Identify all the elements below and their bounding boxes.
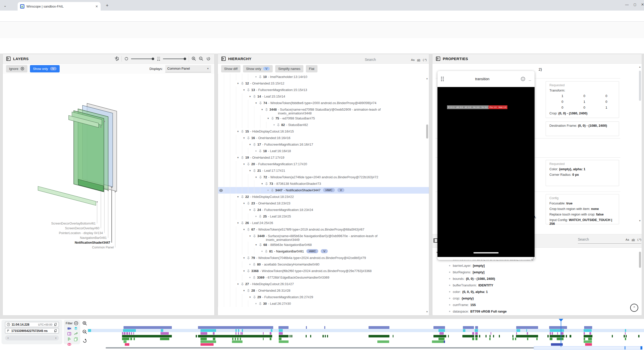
- trace-block[interactable]: [439, 332, 444, 335]
- 3d-view-icon[interactable]: [114, 56, 119, 61]
- hierarchy-row-16[interactable]: ▼16- OneHanded:16:16#16: [218, 135, 429, 141]
- trace-block[interactable]: [433, 326, 445, 329]
- trace-block[interactable]: [279, 338, 281, 340]
- trace-block[interactable]: [462, 335, 474, 337]
- trace-block[interactable]: [463, 326, 474, 329]
- trace-block[interactable]: [122, 332, 123, 335]
- layer-label[interactable]: NavigationBar0#81: [32, 236, 107, 240]
- trace-block[interactable]: [88, 329, 91, 332]
- expander-icon[interactable]: ▼: [254, 242, 258, 246]
- hierarchy-row-17[interactable]: ▼17- FullscreenMagnification:16:16#17: [218, 141, 429, 148]
- trace-block[interactable]: [124, 332, 126, 335]
- trace-block[interactable]: [491, 332, 491, 335]
- regex-icon[interactable]: (.*): [637, 238, 641, 241]
- new-tab-button[interactable]: +: [104, 2, 111, 9]
- trace-block[interactable]: [512, 338, 514, 340]
- trace-block[interactable]: [133, 332, 134, 335]
- trace-block[interactable]: [584, 332, 585, 335]
- hierarchy-row-3449[interactable]: ▼3449- Surface(name=885b63e NavigationBa…: [218, 233, 429, 242]
- tab-search-chevron-icon[interactable]: ⌄: [2, 2, 9, 9]
- timeline-scrollbar[interactable]: [106, 347, 534, 348]
- trace-block[interactable]: [626, 335, 627, 337]
- expander-icon[interactable]: ▼: [254, 174, 258, 179]
- show-only-v-button[interactable]: Show onlyV: [243, 65, 273, 72]
- trace-block[interactable]: [235, 329, 237, 332]
- property-row-color[interactable]: color:(0, 0, 0), alpha: 1: [436, 288, 638, 295]
- property-row-barrierLayer[interactable]: barrierLayer:[empty]: [436, 262, 638, 269]
- trace-block[interactable]: [213, 332, 215, 335]
- trace-block[interactable]: [438, 329, 445, 332]
- timeline-zoom-range[interactable]: [534, 346, 642, 349]
- trace-block[interactable]: [472, 338, 474, 340]
- hierarchy-row-80[interactable]: 80- ace6abb SecondaryHomeHandle0#80: [218, 261, 429, 268]
- expander-icon[interactable]: ▼: [236, 154, 240, 159]
- collapse-panel-icon[interactable]: [436, 57, 440, 61]
- trace-block[interactable]: [129, 332, 130, 335]
- trace-block[interactable]: [624, 335, 625, 337]
- tab-close-icon[interactable]: ✕: [95, 5, 98, 8]
- hierarchy-row-29[interactable]: ▼29- FullscreenMagnification:26:27#29: [218, 294, 429, 300]
- trace-block[interactable]: [310, 335, 311, 337]
- expander-icon[interactable]: ▼: [242, 255, 246, 259]
- trace-block[interactable]: [160, 332, 169, 335]
- trace-block[interactable]: [475, 326, 478, 329]
- trace-block[interactable]: [515, 338, 516, 340]
- trace-block[interactable]: [213, 338, 215, 340]
- expander-icon[interactable]: ▼: [248, 233, 252, 237]
- trace-block[interactable]: [516, 335, 538, 337]
- expander-icon[interactable]: ▼: [242, 268, 246, 272]
- layer-label[interactable]: Common Panel: [39, 246, 114, 249]
- trace-block[interactable]: [552, 332, 553, 335]
- expander-icon[interactable]: ▼: [236, 220, 240, 224]
- trace-block[interactable]: [516, 332, 517, 335]
- trace-block[interactable]: [131, 332, 132, 335]
- hierarchy-row-3448[interactable]: ▼3448- Surface(name=ed70f88 StatusBar)/@…: [218, 106, 429, 115]
- trace-block[interactable]: [242, 332, 243, 335]
- layer-label[interactable]: NotificationShade#3447: [35, 241, 110, 244]
- hierarchy-row-3447[interactable]: 3447- NotificationShade#3447HWCV: [218, 187, 429, 194]
- trace-block[interactable]: [196, 335, 197, 337]
- trace-block[interactable]: [279, 329, 283, 332]
- trace-block[interactable]: [200, 332, 207, 335]
- trace-block[interactable]: [290, 335, 291, 337]
- trace-block[interactable]: [324, 326, 325, 329]
- hierarchy-row-30[interactable]: 30- Leaf:26:27#30: [218, 300, 429, 307]
- trace-block[interactable]: [475, 335, 478, 337]
- trace-block[interactable]: [126, 332, 128, 335]
- trace-block[interactable]: [278, 326, 289, 329]
- trace-block[interactable]: [271, 329, 272, 332]
- trace-block[interactable]: [160, 338, 169, 340]
- hierarchy-search-input[interactable]: Search Aa ab (.*): [365, 58, 427, 64]
- hierarchy-row-18[interactable]: 18- Leaf:16:16#18: [218, 148, 429, 154]
- trace-block[interactable]: [240, 332, 242, 335]
- trace-block[interactable]: [377, 340, 389, 343]
- zoom-in-icon[interactable]: [191, 56, 196, 61]
- trace-block[interactable]: [550, 329, 564, 332]
- expander-icon[interactable]: ▼: [248, 207, 252, 211]
- collapse-panel-icon[interactable]: [6, 57, 11, 61]
- trace-block[interactable]: [549, 326, 567, 329]
- layers-3d-canvas[interactable]: ScreenDecorOverlayBottom#61ScreenDecorOv…: [3, 74, 214, 315]
- expander-icon[interactable]: ▼: [248, 167, 252, 172]
- hierarchy-row-81[interactable]: 81- NavigationBar0#81HWCV: [218, 248, 429, 255]
- trace-block[interactable]: [279, 340, 289, 343]
- trace-block[interactable]: [242, 329, 243, 332]
- hierarchy-row-12[interactable]: ▼12- OneHanded:15:15#12: [218, 80, 429, 87]
- hierarchy-row-23[interactable]: ▼23- OneHanded:18:23#23: [218, 200, 429, 207]
- collapse-panel-icon[interactable]: [433, 238, 438, 243]
- hierarchy-row-20[interactable]: ▼20- FullscreenMagnification:17:17#20: [218, 161, 429, 167]
- trace-block[interactable]: [238, 332, 239, 335]
- hierarchy-row-72[interactable]: ▼72- WindowToken{a2746de type=2040 andro…: [218, 174, 429, 181]
- trace-block[interactable]: [122, 338, 129, 340]
- trace-block[interactable]: [240, 338, 241, 340]
- expander-icon[interactable]: ▼: [242, 87, 246, 91]
- trace-block[interactable]: [263, 332, 264, 335]
- timeline-cursor[interactable]: [561, 319, 561, 347]
- trace-block[interactable]: [200, 340, 216, 343]
- trace-block[interactable]: [432, 340, 444, 343]
- zoom-out-icon[interactable]: [199, 56, 204, 61]
- collapse-up-button[interactable]: ⌃: [630, 304, 638, 312]
- hierarchy-row-68[interactable]: ▼68- 885b63e NavigationBar0#68: [218, 242, 429, 248]
- property-row-bufferTransform[interactable]: bufferTransform:IDENTITY: [436, 282, 638, 288]
- trace-block[interactable]: [584, 329, 592, 332]
